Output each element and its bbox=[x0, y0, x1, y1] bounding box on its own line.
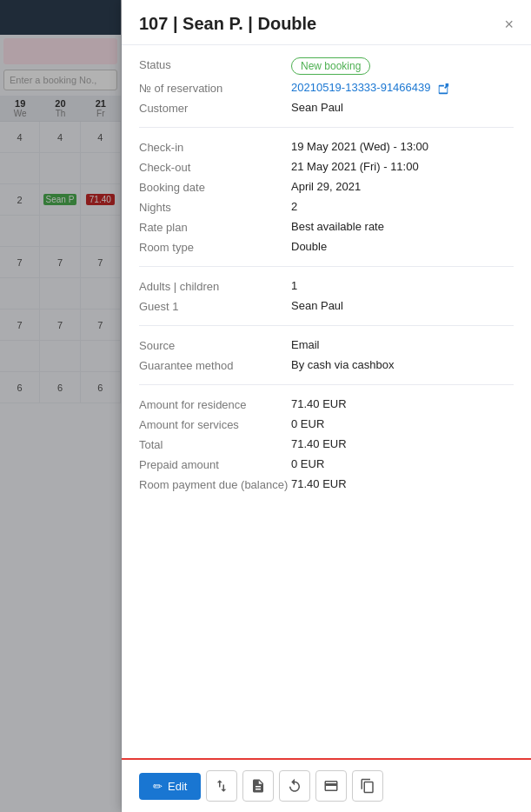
document-button[interactable] bbox=[242, 770, 274, 802]
checkout-row: Check-out 21 May 2021 (Fri) - 11:00 bbox=[139, 160, 514, 174]
copy-icon bbox=[360, 778, 375, 794]
booking-date-row: Booking date April 29, 2021 bbox=[139, 180, 514, 194]
checkin-label: Check-in bbox=[139, 140, 291, 154]
card-icon bbox=[323, 778, 339, 794]
services-row: Amount for services 0 EUR bbox=[139, 417, 514, 431]
guarantee-label: Guarantee method bbox=[139, 358, 291, 372]
copy-button[interactable] bbox=[352, 770, 383, 802]
booking-modal: 107 | Sean P. | Double × Status New book… bbox=[122, 0, 531, 812]
booking-date-label: Booking date bbox=[139, 180, 291, 194]
reservation-link[interactable]: 20210519-13333-91466439 bbox=[291, 81, 431, 94]
residence-value: 71.40 EUR bbox=[291, 397, 514, 410]
source-section: Source Email Guarantee method By cash vi… bbox=[139, 326, 514, 385]
total-label: Total bbox=[139, 437, 291, 451]
close-button[interactable]: × bbox=[504, 17, 514, 32]
guest1-label: Guest 1 bbox=[139, 299, 291, 313]
transfer-button[interactable] bbox=[206, 770, 237, 802]
dates-section: Check-in 19 May 2021 (Wed) - 13:00 Check… bbox=[139, 128, 514, 267]
adults-row: Adults | children 1 bbox=[139, 279, 514, 293]
status-badge: New booking bbox=[291, 57, 370, 75]
prepaid-label: Prepaid amount bbox=[139, 457, 291, 471]
checkout-label: Check-out bbox=[139, 160, 291, 174]
balance-value: 71.40 EUR bbox=[291, 477, 514, 490]
card-button[interactable] bbox=[315, 770, 347, 802]
checkout-value: 21 May 2021 (Fri) - 11:00 bbox=[291, 160, 514, 173]
booking-date-value: April 29, 2021 bbox=[291, 180, 514, 193]
edit-label: Edit bbox=[168, 780, 187, 793]
pencil-icon: ✏ bbox=[153, 780, 163, 793]
reservation-value: 20210519-13333-91466439 bbox=[291, 81, 514, 95]
status-label: Status bbox=[139, 57, 291, 71]
balance-row: Room payment due (balance) 71.40 EUR bbox=[139, 477, 514, 491]
modal-header: 107 | Sean P. | Double × bbox=[122, 0, 531, 45]
source-value: Email bbox=[291, 338, 514, 351]
refund-button[interactable] bbox=[279, 770, 310, 802]
source-label: Source bbox=[139, 338, 291, 352]
status-section: Status New booking № of reservation 2021… bbox=[139, 45, 514, 128]
services-value: 0 EUR bbox=[291, 417, 514, 430]
transfer-icon bbox=[214, 778, 229, 794]
modal-footer: ✏ Edit bbox=[122, 758, 531, 812]
balance-label: Room payment due (balance) bbox=[139, 477, 291, 491]
customer-value: Sean Paul bbox=[291, 101, 514, 114]
room-type-row: Room type Double bbox=[139, 240, 514, 254]
adults-label: Adults | children bbox=[139, 279, 291, 293]
residence-label: Amount for residence bbox=[139, 397, 291, 411]
room-type-value: Double bbox=[291, 240, 514, 253]
source-row: Source Email bbox=[139, 338, 514, 352]
checkin-value: 19 May 2021 (Wed) - 13:00 bbox=[291, 140, 514, 153]
edit-button[interactable]: ✏ Edit bbox=[139, 773, 201, 800]
status-value: New booking bbox=[291, 57, 514, 75]
checkin-row: Check-in 19 May 2021 (Wed) - 13:00 bbox=[139, 140, 514, 154]
nights-label: Nights bbox=[139, 200, 291, 214]
guarantee-value: By cash via cashbox bbox=[291, 358, 514, 371]
reservation-label: № of reservation bbox=[139, 81, 291, 95]
rate-plan-row: Rate plan Best available rate bbox=[139, 220, 514, 234]
status-row: Status New booking bbox=[139, 57, 514, 75]
guarantee-row: Guarantee method By cash via cashbox bbox=[139, 358, 514, 372]
amounts-section: Amount for residence 71.40 EUR Amount fo… bbox=[139, 385, 514, 503]
reservation-row: № of reservation 20210519-13333-91466439 bbox=[139, 81, 514, 95]
refund-icon bbox=[287, 778, 302, 794]
guest1-value: Sean Paul bbox=[291, 299, 514, 312]
customer-row: Customer Sean Paul bbox=[139, 101, 514, 115]
customer-label: Customer bbox=[139, 101, 291, 115]
guests-section: Adults | children 1 Guest 1 Sean Paul bbox=[139, 267, 514, 326]
document-icon bbox=[250, 778, 266, 794]
adults-value: 1 bbox=[291, 279, 514, 292]
prepaid-row: Prepaid amount 0 EUR bbox=[139, 457, 514, 471]
modal-title: 107 | Sean P. | Double bbox=[139, 14, 316, 34]
residence-row: Amount for residence 71.40 EUR bbox=[139, 397, 514, 411]
rate-plan-value: Best available rate bbox=[291, 220, 514, 233]
modal-body: Status New booking № of reservation 2021… bbox=[122, 45, 531, 758]
nights-row: Nights 2 bbox=[139, 200, 514, 214]
nights-value: 2 bbox=[291, 200, 514, 213]
guest1-row: Guest 1 Sean Paul bbox=[139, 299, 514, 313]
prepaid-value: 0 EUR bbox=[291, 457, 514, 470]
rate-plan-label: Rate plan bbox=[139, 220, 291, 234]
total-row: Total 71.40 EUR bbox=[139, 437, 514, 451]
total-value: 71.40 EUR bbox=[291, 437, 514, 450]
services-label: Amount for services bbox=[139, 417, 291, 431]
room-type-label: Room type bbox=[139, 240, 291, 254]
external-link-icon bbox=[437, 83, 449, 95]
